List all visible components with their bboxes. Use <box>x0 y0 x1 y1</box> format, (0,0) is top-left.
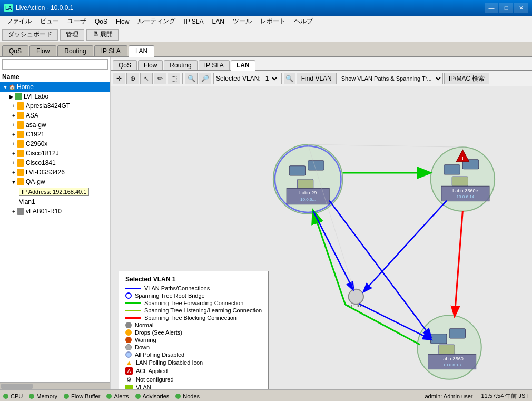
expand-cisco1841[interactable]: + <box>11 160 17 166</box>
ip-search-button[interactable]: IP/MAC 検索 <box>444 73 490 84</box>
menu-ipsla[interactable]: IP SLA <box>180 17 208 26</box>
status-cpu[interactable]: CPU <box>3 393 23 399</box>
expand-asa[interactable]: + <box>11 113 17 119</box>
find-vlan-icon[interactable]: 🔍 <box>284 73 295 84</box>
menu-view[interactable]: ビュー <box>36 16 63 27</box>
sidebar-item-apresia[interactable]: + Apresia3424GT <box>0 101 110 111</box>
legend-lan-polling: ▲ LAN Polling Disabled Icon <box>125 359 262 366</box>
legend-label-rootbridge: Spanning Tree Root Bridge <box>135 292 205 299</box>
asa-label: ASA <box>26 112 38 119</box>
menu-help[interactable]: ヘルプ <box>290 16 317 27</box>
expand-home[interactable]: ▼ <box>2 84 8 90</box>
menu-file[interactable]: ファイル <box>2 16 36 27</box>
tab2-routing[interactable]: Routing <box>164 60 197 70</box>
minimize-button[interactable]: — <box>485 3 498 13</box>
alerts-dot <box>106 394 112 399</box>
legend-vlan: VLAN <box>125 384 262 389</box>
tab-ipsla[interactable]: IP SLA <box>94 45 127 56</box>
svg-rect-2 <box>297 179 313 189</box>
cpu-dot <box>3 394 8 399</box>
sidebar-item-asa[interactable]: + ASA <box>0 111 110 120</box>
restore-button[interactable]: □ <box>499 3 513 13</box>
vlab01r10-icon <box>17 208 24 215</box>
scrollbar-thumb[interactable] <box>1 384 33 389</box>
zoom-out-button[interactable]: 🔎 <box>199 73 211 84</box>
network-map[interactable]: Labo-29 10.0.6... ! Labo-3560e 10.0.6.14 <box>111 86 532 389</box>
admin-button[interactable]: 管理 <box>60 29 84 41</box>
legend-label-forwarding: Spanning Tree Forwarding Connection <box>144 300 243 306</box>
expand-cisco1812j[interactable]: + <box>11 151 17 157</box>
menu-routing[interactable]: ルーティング <box>133 16 180 27</box>
menu-report[interactable]: レポート <box>256 16 290 27</box>
menu-tools[interactable]: ツール <box>229 16 256 27</box>
sidebar-item-lvilabo[interactable]: ▶ LVI Labo <box>0 92 110 101</box>
vlan-selector[interactable]: 1 <box>262 73 279 84</box>
select-tool-button[interactable]: ⊕ <box>126 73 139 84</box>
zoom-in-button[interactable]: 🔍 <box>185 73 198 84</box>
sidebar-scrollbar[interactable] <box>0 382 110 389</box>
sidebar-item-cisco1812j[interactable]: + Cisco1812J <box>0 149 110 158</box>
status-advisories[interactable]: Advisories <box>135 393 170 399</box>
c2960x-label: C2960x <box>26 140 47 148</box>
show-selector[interactable]: Show VLAN Paths & Spanning Tr... Show VL… <box>338 73 443 84</box>
tab2-qos[interactable]: QoS <box>113 60 137 70</box>
tab-lan[interactable]: LAN <box>129 45 154 57</box>
menu-qos[interactable]: QoS <box>91 17 112 26</box>
legend-blocking: Spanning Tree Blocking Connection <box>125 315 262 321</box>
sidebar-item-qagw[interactable]: ▼ QA-gw <box>0 177 110 187</box>
status-alerts[interactable]: Alerts <box>106 393 129 399</box>
sidebar-item-vlan1[interactable]: Vlan1 <box>0 197 110 207</box>
status-flowbuffer[interactable]: Flow Buffer <box>64 393 100 399</box>
expand-lvidgs3426[interactable]: + <box>11 170 17 175</box>
legend-acl-icon: A <box>125 367 133 375</box>
cisco1812j-label: Cisco1812J <box>26 150 59 157</box>
tab2-flow[interactable]: Flow <box>138 60 163 70</box>
search-input[interactable] <box>2 59 108 70</box>
dashboard-button[interactable]: ダッシュボード <box>2 29 58 41</box>
legend-label-listening: Spanning Tree Listening/Learning Connect… <box>144 307 262 314</box>
tab2-lan[interactable]: LAN <box>231 60 255 71</box>
vlan-label: Selected VLAN: <box>216 75 261 82</box>
sidebar-item-vlab01r10[interactable]: + vLAB01-R10 <box>0 207 110 216</box>
menu-flow[interactable]: Flow <box>112 17 133 26</box>
expand-apresia[interactable]: + <box>11 103 17 109</box>
close-button[interactable]: ✕ <box>514 3 528 13</box>
tab2-ipsla[interactable]: IP SLA <box>199 60 230 70</box>
expand-vlab01r10[interactable]: + <box>11 209 17 214</box>
tab-flow[interactable]: Flow <box>29 45 56 56</box>
sidebar-item-home[interactable]: ▼ 🏠 Home <box>0 82 110 92</box>
svg-rect-1 <box>308 161 324 170</box>
deploy-button[interactable]: 🖶 展開 <box>86 29 119 41</box>
home-icon: 🏠 <box>8 83 16 91</box>
statusbar: CPU Memory Flow Buffer Alerts Advisories… <box>0 389 532 401</box>
status-memory[interactable]: Memory <box>29 393 57 399</box>
menu-lan[interactable]: LAN <box>208 17 229 26</box>
menu-user[interactable]: ユーザ <box>63 16 91 27</box>
legend-gear-icon: ⚙ <box>125 376 133 383</box>
rect-tool-button[interactable]: ⬚ <box>168 73 180 84</box>
legend-all-polling: All Polling Disabled <box>125 351 262 358</box>
sidebar-search-area <box>0 57 110 72</box>
status-nodes[interactable]: Nodes <box>175 393 200 399</box>
sidebar-item-c1921[interactable]: + C1921 <box>0 130 110 139</box>
sidebar-item-c2960x[interactable]: + C2960x <box>0 139 110 149</box>
expand-qagw[interactable]: ▼ <box>11 179 17 185</box>
sidebar-item-lvidgs3426[interactable]: + LVI-DGS3426 <box>0 168 110 177</box>
expand-c2960x[interactable]: + <box>11 141 17 147</box>
expand-lvilabo[interactable]: ▶ <box>8 94 15 100</box>
expand-asagw[interactable]: + <box>11 122 17 128</box>
content-area: QoS Flow Routing IP SLA LAN ✛ ⊕ ↖ ✏ ⬚ 🔍 … <box>111 57 532 389</box>
draw-tool-button[interactable]: ✏ <box>154 73 166 84</box>
sidebar-item-cisco1841[interactable]: + Cisco1841 <box>0 158 110 168</box>
pan-tool-button[interactable]: ✛ <box>113 73 125 84</box>
legend-warning: Warning <box>125 337 262 343</box>
tab-routing[interactable]: Routing <box>57 45 93 56</box>
legend-not-configured: ⚙ Not configured <box>125 376 262 383</box>
sidebar-item-asagw[interactable]: + asa-gw <box>0 120 110 130</box>
tab-qos[interactable]: QoS <box>2 45 28 56</box>
svg-line-29 <box>455 211 462 315</box>
app-title-area: LA LiveAction - 10.0.0.1 <box>4 4 73 12</box>
expand-c1921[interactable]: + <box>11 132 17 138</box>
pointer-tool-button[interactable]: ↖ <box>140 73 153 84</box>
find-vlan-button[interactable]: Find VLAN <box>297 73 337 84</box>
